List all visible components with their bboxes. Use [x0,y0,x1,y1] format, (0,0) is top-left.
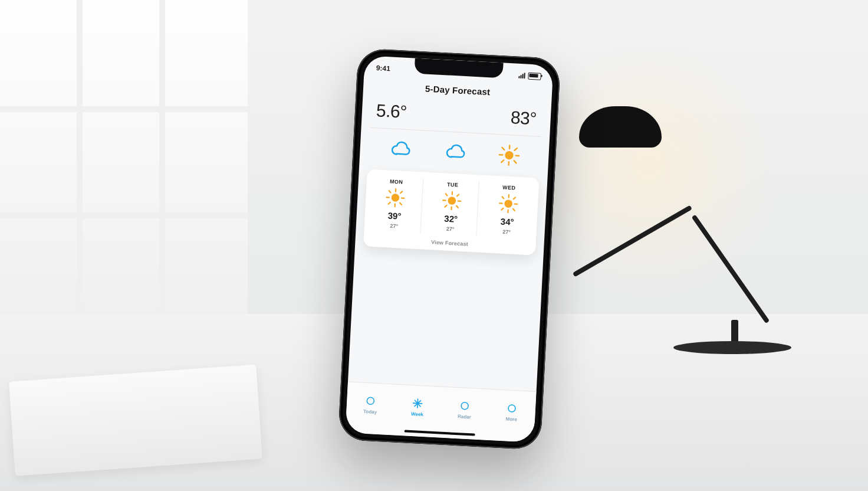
day-high: 32° [444,213,458,224]
forecast-day[interactable]: MON 39° 27° [367,175,423,234]
tab-today[interactable]: Today [363,394,378,415]
svg-point-42 [508,405,516,413]
day-label: TUE [447,182,459,188]
window-pane [0,0,248,330]
svg-point-18 [448,197,456,205]
forecast-days: MON 39° 27° TUE 32° 27° [367,175,535,240]
svg-point-9 [392,194,400,202]
svg-line-16 [400,191,402,193]
svg-line-17 [389,202,390,204]
svg-line-25 [457,194,459,196]
forecast-day[interactable]: WED 34° 27° [480,181,535,240]
forecast-card[interactable]: MON 39° 27° TUE 32° 27° [363,169,539,256]
hero-temp-right: 83° [510,107,537,129]
svg-line-8 [501,160,504,162]
sun-icon [384,186,407,209]
tab-label: More [505,416,517,422]
svg-line-35 [501,208,503,210]
scene-background: 9:41 5-Day Forecast 5.6° 83° [0,0,868,491]
day-label: MON [390,179,403,185]
phone-screen: 9:41 5-Day Forecast 5.6° 83° [345,55,553,443]
svg-line-26 [445,205,446,207]
svg-point-0 [505,151,514,160]
day-low: 27° [502,229,511,235]
tab-radar[interactable]: Radar [458,399,472,420]
battery-icon [528,73,541,80]
svg-line-33 [512,209,514,211]
forecast-day[interactable]: TUE 32° 27° [424,178,480,237]
day-low: 27° [446,226,455,233]
tab-bar: Today Week Radar [345,381,536,443]
status-time: 9:41 [376,64,391,73]
sun-icon [440,189,463,212]
svg-line-23 [445,194,447,195]
tab-more[interactable]: More [505,401,519,422]
day-label: WED [502,185,516,191]
tab-week[interactable]: Week [410,397,425,417]
svg-point-27 [504,199,512,208]
circle-icon [364,394,377,408]
svg-line-24 [456,206,458,208]
status-right [518,72,541,80]
circle-icon [505,401,519,415]
svg-point-36 [367,397,374,405]
phone-frame: 9:41 5-Day Forecast 5.6° 83° [338,48,561,450]
tab-label: Week [411,411,423,417]
day-high: 39° [387,210,402,221]
svg-point-41 [461,402,469,410]
tab-label: Radar [458,414,471,420]
paper-stack [9,365,262,476]
tab-label: Today [363,409,377,415]
cloud-icon [440,139,468,166]
sparkle-icon [411,397,425,410]
cloud-icon [386,136,413,163]
signal-icon [518,73,525,79]
sun-icon [496,142,523,169]
svg-line-32 [502,197,504,198]
desk-lamp [567,71,815,354]
svg-line-6 [514,161,517,163]
svg-line-14 [389,191,391,192]
hero-temp-left: 5.6° [376,100,407,122]
home-indicator[interactable] [405,430,475,436]
svg-line-7 [515,148,517,150]
svg-line-15 [400,203,402,205]
day-low: 27° [390,223,398,230]
svg-line-5 [502,148,505,150]
sun-icon [497,192,520,215]
day-high: 34° [500,216,514,227]
circle-icon [458,399,472,413]
svg-line-34 [514,197,515,199]
